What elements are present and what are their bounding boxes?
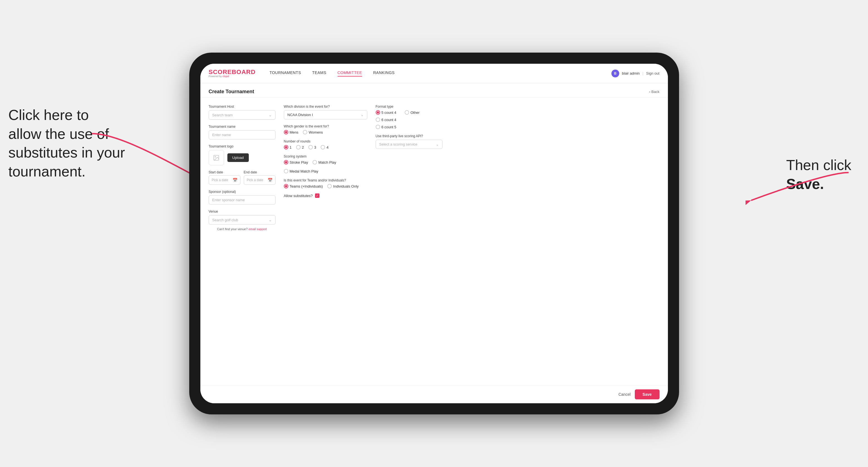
stroke-play[interactable]: Stroke Play [284, 160, 308, 164]
venue-label: Venue [209, 210, 276, 214]
allow-substitutes-checkbox[interactable]: ✓ [315, 193, 319, 198]
nav-teams[interactable]: TEAMS [312, 70, 327, 76]
teams-individuals[interactable]: Teams (+Individuals) [284, 184, 323, 188]
scoring-api-field: Use third-party live scoring API? Select… [376, 134, 442, 149]
venue-hint: Can't find your venue? email support [209, 227, 276, 231]
event-for-label: Is this event for Teams and/or Individua… [284, 178, 367, 182]
tournament-host-input[interactable]: Search team [209, 110, 276, 120]
tournament-logo-label: Tournament logo [209, 145, 276, 148]
nav-links: TOURNAMENTS TEAMS COMMITTEE RANKINGS [269, 70, 611, 76]
signout-link[interactable]: Sign out [646, 71, 659, 75]
round-4-radio[interactable] [320, 145, 325, 150]
page-header: Create Tournament Back [200, 83, 668, 98]
annotation-left-text: Click here to allow the use of substitut… [8, 107, 125, 180]
match-play[interactable]: Match Play [312, 160, 336, 164]
form-footer: Cancel Save [200, 385, 668, 403]
event-for-field: Is this event for Teams and/or Individua… [284, 178, 367, 188]
nav-committee[interactable]: COMMITTEE [338, 70, 362, 76]
round-2-radio[interactable] [296, 145, 301, 150]
calendar-icon: 📅 [232, 178, 237, 182]
round-3-radio[interactable] [308, 145, 313, 150]
round-3[interactable]: 3 [308, 145, 316, 150]
logo-scoreboard: SCOREBOARD [209, 69, 256, 75]
scoring-system-label: Scoring system [284, 154, 367, 158]
scoring-api-select[interactable]: Select a scoring service [376, 140, 442, 149]
annotation-right-line1: Then click [786, 157, 851, 173]
format-options: 5 count 4 Other 6 count 4 [376, 110, 442, 129]
gender-womens[interactable]: Womens [303, 130, 323, 134]
format-6count4[interactable]: 6 count 4 [376, 118, 442, 122]
format-type-field: Format type 5 count 4 Other [376, 105, 442, 129]
sponsor-label: Sponsor (optional) [209, 190, 276, 194]
tournament-name-label: Tournament name [209, 125, 276, 129]
gender-mens-radio[interactable] [284, 130, 288, 134]
match-play-radio[interactable] [312, 160, 317, 164]
stroke-play-radio[interactable] [284, 160, 288, 164]
gender-womens-radio[interactable] [303, 130, 307, 134]
end-date-input[interactable]: Pick a date 📅 [244, 175, 276, 185]
nav-user-area: B blair admin | Sign out [612, 69, 659, 77]
format-type-label: Format type [376, 105, 442, 108]
cancel-button[interactable]: Cancel [618, 392, 631, 397]
gender-options: Mens Womens [284, 130, 367, 134]
username: blair admin [622, 71, 640, 75]
format-6count5-radio[interactable] [376, 125, 380, 129]
tournament-host-label: Tournament Host [209, 105, 276, 108]
start-date-field: Start date Pick a date 📅 [209, 170, 241, 185]
tournament-name-input[interactable]: Enter name [209, 130, 276, 139]
venue-field: Venue Search golf club Can't find your v… [209, 210, 276, 231]
allow-substitutes-label: Allow substitutes? [284, 194, 313, 198]
scoring-api-label: Use third-party live scoring API? [376, 134, 442, 138]
form-right-col: Format type 5 count 4 Other [376, 105, 442, 231]
scoring-system-field: Scoring system Stroke Play Match Play [284, 154, 367, 174]
medal-match-play-radio[interactable] [284, 169, 288, 174]
form-left-col: Tournament Host Search team Tournament n… [209, 105, 276, 231]
start-date-input[interactable]: Pick a date 📅 [209, 175, 241, 185]
form-middle-col: Which division is the event for? NCAA Di… [284, 105, 367, 231]
logo-area: SCOREBOARD Powered by clippd [209, 69, 256, 77]
venue-input[interactable]: Search golf club [209, 215, 276, 225]
individuals-radio[interactable] [327, 184, 332, 188]
round-2[interactable]: 2 [296, 145, 304, 150]
teams-radio[interactable] [284, 184, 288, 188]
annotation-right-line2: Save. [786, 176, 824, 192]
scoring-options: Stroke Play Match Play Medal Match Play [284, 160, 367, 174]
round-1-radio[interactable] [284, 145, 288, 150]
email-support-link[interactable]: email support [249, 227, 267, 231]
calendar-icon-end: 📅 [268, 178, 273, 182]
end-date-field: End date Pick a date 📅 [244, 170, 276, 185]
start-date-label: Start date [209, 170, 241, 174]
annotation-left: Click here to allow the use of substitut… [8, 106, 125, 181]
allow-substitutes-row: Allow substitutes? ✓ [284, 193, 367, 198]
format-5count4[interactable]: 5 count 4 [376, 110, 397, 115]
svg-point-3 [215, 156, 216, 157]
format-6count4-radio[interactable] [376, 118, 380, 122]
medal-match-play[interactable]: Medal Match Play [284, 169, 318, 174]
event-for-options: Teams (+Individuals) Individuals Only [284, 184, 367, 188]
division-select[interactable]: NCAA Division I [284, 110, 367, 119]
tablet-screen: SCOREBOARD Powered by clippd TOURNAMENTS… [200, 64, 668, 403]
format-5count4-radio[interactable] [376, 110, 380, 115]
rounds-field: Number of rounds 1 2 [284, 139, 367, 150]
format-other[interactable]: Other [405, 110, 420, 115]
save-button[interactable]: Save [635, 390, 659, 399]
round-1[interactable]: 1 [284, 145, 292, 150]
page-content: Create Tournament Back Tournament Host S… [200, 83, 668, 385]
logo-placeholder-icon [209, 150, 224, 165]
upload-button[interactable]: Upload [227, 153, 249, 162]
format-other-radio[interactable] [405, 110, 409, 115]
sponsor-input[interactable]: Enter sponsor name [209, 195, 276, 205]
tournament-host-field: Tournament Host Search team [209, 105, 276, 120]
nav-tournaments[interactable]: TOURNAMENTS [269, 70, 301, 76]
annotation-right: Then click Save. [786, 156, 851, 193]
round-4[interactable]: 4 [320, 145, 329, 150]
nav-rankings[interactable]: RANKINGS [373, 70, 395, 76]
navbar: SCOREBOARD Powered by clippd TOURNAMENTS… [200, 64, 668, 83]
gender-mens[interactable]: Mens [284, 130, 299, 134]
tournament-name-field: Tournament name Enter name [209, 125, 276, 139]
format-6count5[interactable]: 6 count 5 [376, 125, 442, 129]
back-button[interactable]: Back [649, 90, 659, 94]
individuals-only[interactable]: Individuals Only [327, 184, 359, 188]
avatar: B [612, 69, 619, 77]
logo-upload-area: Upload [209, 150, 276, 165]
